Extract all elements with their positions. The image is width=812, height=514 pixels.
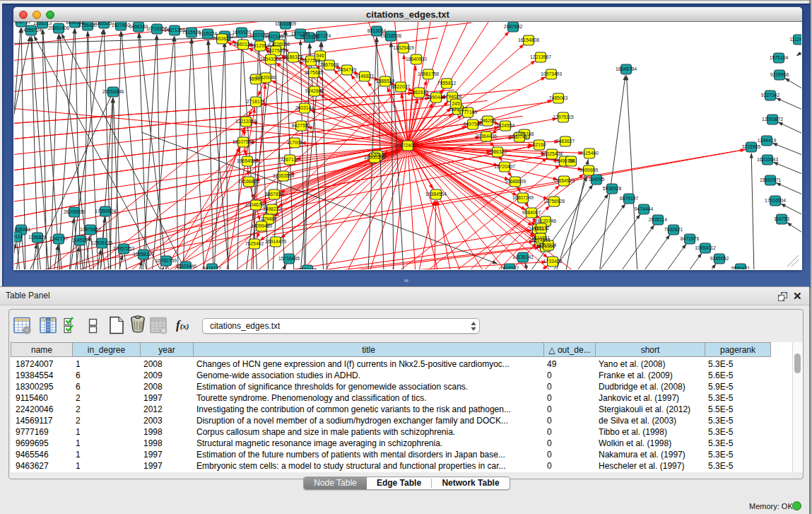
svg-text:9777169: 9777169 [459,110,478,115]
svg-text:3675685: 3675685 [305,70,324,75]
svg-text:746266: 746266 [480,118,496,123]
svg-text:2718176: 2718176 [247,99,266,104]
svg-text:18807249: 18807249 [512,195,534,200]
svg-text:15692971: 15692971 [760,177,781,182]
svg-text:3267130: 3267130 [281,157,300,162]
svg-text:13226058: 13226058 [269,42,290,47]
svg-text:14136141: 14136141 [512,255,534,259]
svg-text:1022145: 1022145 [265,34,284,39]
svg-text:7955812: 7955812 [437,81,457,86]
svg-text:9115460: 9115460 [580,151,599,156]
svg-text:8822037: 8822037 [392,84,411,89]
svg-text:16961758: 16961758 [418,71,439,76]
svg-text:9084067: 9084067 [522,210,541,215]
svg-text:10973493: 10973493 [541,71,562,76]
svg-text:1733426: 1733426 [543,259,563,264]
svg-text:1362615: 1362615 [410,90,429,95]
svg-text:98901: 98901 [249,76,263,81]
svg-text:2603144: 2603144 [295,105,314,110]
svg-text:1388520: 1388520 [376,78,395,83]
svg-text:1156829: 1156829 [28,235,47,240]
svg-text:19654923: 19654923 [553,178,575,183]
svg-text:14099489: 14099489 [251,223,272,228]
svg-text:10807487: 10807487 [509,134,530,139]
svg-text:17957253: 17957253 [113,246,134,251]
svg-text:16154808: 16154808 [518,37,539,42]
svg-text:252314: 252314 [541,243,557,247]
svg-text:12353594: 12353594 [273,173,294,178]
svg-text:16033809: 16033809 [275,22,296,26]
svg-text:9474112: 9474112 [203,266,221,269]
svg-text:39114: 39114 [14,234,23,239]
svg-text:2867608: 2867608 [320,62,339,67]
svg-text:4835061: 4835061 [14,227,30,232]
svg-text:7463822: 7463822 [213,36,232,41]
svg-text:17016504: 17016504 [765,198,786,203]
svg-text:1022145: 1022145 [298,267,317,269]
svg-text:19384554: 19384554 [425,192,447,197]
svg-text:10756928: 10756928 [543,199,565,204]
svg-text:9227342: 9227342 [761,93,780,98]
svg-text:1527602: 1527602 [112,23,131,28]
svg-text:9146821: 9146821 [355,74,375,78]
svg-text:28053346: 28053346 [102,89,124,94]
svg-text:18300295: 18300295 [364,155,385,160]
svg-text:19166825: 19166825 [238,179,259,184]
svg-text:9229966: 9229966 [770,72,789,77]
svg-text:1112453: 1112453 [789,37,801,42]
svg-text:16648784: 16648784 [616,66,637,71]
svg-text:7625402: 7625402 [245,241,264,246]
svg-text:17359924: 17359924 [95,209,116,214]
svg-text:11325419: 11325419 [393,45,414,50]
svg-text:117004: 117004 [287,140,302,145]
svg-text:12323446: 12323446 [175,264,196,269]
svg-text:3215955: 3215955 [742,144,761,149]
svg-text:8660124: 8660124 [234,42,253,47]
svg-text:16120746: 16120746 [535,218,556,223]
svg-text:1242737: 1242737 [49,236,69,241]
svg-text:14055724: 14055724 [20,28,42,33]
svg-text:3824554: 3824554 [496,123,515,128]
svg-text:18724007: 18724007 [397,143,418,148]
svg-text:9242848: 9242848 [305,88,324,93]
svg-text:5938928: 5938928 [603,186,622,191]
svg-text:12213967: 12213967 [530,54,551,59]
svg-text:3498222: 3498222 [263,206,282,211]
svg-text:8454749: 8454749 [338,67,357,72]
svg-text:10958107: 10958107 [133,252,154,257]
svg-text:12505135: 12505135 [91,240,112,245]
svg-text:1622532: 1622532 [500,266,519,269]
svg-text:116753: 116753 [774,216,789,221]
svg-text:8813054: 8813054 [367,28,387,33]
svg-text:15720407: 15720407 [494,164,515,169]
svg-text:114519: 114519 [72,238,88,243]
svg-text:62160: 62160 [533,142,546,147]
svg-text:2487682: 2487682 [504,24,523,29]
svg-text:20364436: 20364436 [476,134,497,139]
svg-text:415132: 415132 [534,226,550,230]
svg-text:10046798: 10046798 [245,202,266,207]
svg-text:16107553: 16107553 [233,139,254,144]
svg-text:164095: 164095 [589,177,605,182]
svg-text:16914479: 16914479 [265,239,286,244]
svg-text:7032621: 7032621 [664,227,683,232]
svg-text:16210643: 16210643 [757,157,778,162]
svg-text:8186323: 8186323 [284,54,303,59]
svg-text:10975867: 10975867 [80,227,101,232]
svg-text:7485063: 7485063 [549,95,568,100]
svg-text:8427552: 8427552 [292,123,311,128]
svg-text:7957224: 7957224 [312,33,331,38]
svg-text:16782759: 16782759 [155,258,177,263]
svg-text:10025438: 10025438 [541,151,563,156]
svg-text:1693320: 1693320 [233,30,252,35]
svg-text:12213369: 12213369 [235,119,257,124]
svg-text:8867834: 8867834 [265,192,284,197]
svg-text:6879197: 6879197 [620,196,639,201]
svg-text:1575104: 1575104 [770,55,789,60]
svg-text:1244419: 1244419 [758,138,777,143]
svg-text:10688609: 10688609 [505,179,526,184]
svg-text:9474444: 9474444 [635,206,654,211]
svg-text:2038755: 2038755 [14,22,30,24]
svg-text:18640910: 18640910 [406,57,427,62]
svg-text:15716485: 15716485 [278,256,300,261]
